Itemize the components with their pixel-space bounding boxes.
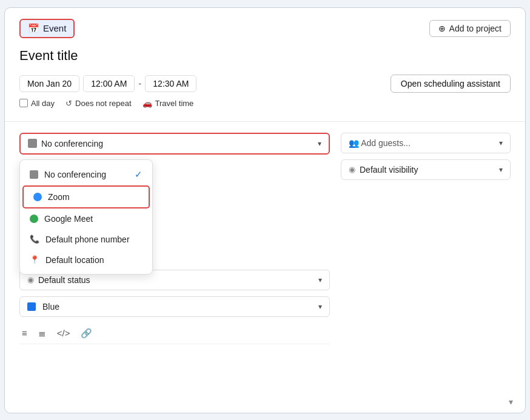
no-conf-menu-icon [30, 170, 38, 179]
selected-check-icon: ✓ [135, 169, 143, 180]
scheduling-assistant-button[interactable]: Open scheduling assistant [391, 75, 511, 93]
menu-item-no-conferencing[interactable]: No conferencing ✓ [20, 164, 152, 185]
right-column: 👥 Add guests... ▾ ◉ Default visibility ▾ [341, 133, 511, 344]
main-card: 📅 Event ⊕ Add to project Event title Mon… [4, 7, 526, 413]
guests-field[interactable]: 👥 Add guests... ▾ [341, 133, 511, 153]
default-location-label: Default location [45, 255, 104, 265]
status-visibility-group: ◉ Default status ▾ Blue ▾ [19, 270, 330, 317]
calendar-color-field[interactable]: Blue ▾ [19, 296, 330, 317]
guests-placeholder: Add guests... [361, 138, 411, 148]
calendar-color-label: Blue [42, 302, 59, 312]
calendar-icon: 📅 [28, 23, 39, 34]
date-button[interactable]: Mon Jan 20 [19, 75, 79, 92]
all-day-checkbox[interactable] [19, 99, 28, 107]
visibility-label: Default visibility [360, 165, 418, 175]
visibility-field[interactable]: ◉ Default visibility ▾ [341, 159, 511, 180]
menu-item-default-phone[interactable]: 📞 Default phone number [20, 229, 152, 250]
status-icon: ◉ [27, 275, 34, 284]
travel-label: Travel time [155, 99, 194, 108]
menu-item-google-meet[interactable]: Google Meet [20, 208, 152, 229]
section-divider [5, 121, 525, 122]
repeat-option[interactable]: ↺ Does not repeat [65, 99, 132, 108]
location-icon: 📍 [30, 255, 39, 264]
conferencing-chevron: ▾ [318, 139, 321, 148]
color-left: Blue [27, 302, 59, 312]
all-day-label: All day [31, 99, 55, 108]
google-meet-label: Google Meet [44, 214, 93, 224]
code-button[interactable]: </> [55, 327, 73, 339]
conferencing-label: No conferencing [41, 139, 103, 148]
status-left: ◉ Default status [27, 275, 90, 285]
event-title[interactable]: Event title [19, 47, 511, 65]
guests-chevron: ▾ [499, 139, 503, 147]
start-time-button[interactable]: 12:00 AM [83, 75, 135, 92]
zoom-label: Zoom [48, 192, 70, 202]
text-toolbar: ≡ ≣ </> 🔗 [19, 323, 330, 344]
date-row: Mon Jan 20 12:00 AM - 12:30 AM Open sche… [19, 75, 511, 93]
visibility-chevron: ▾ [499, 165, 503, 174]
conferencing-menu: No conferencing ✓ Zoom Google Meet 📞 Def… [19, 159, 153, 275]
menu-item-zoom[interactable]: Zoom [22, 185, 150, 208]
repeat-label: Does not repeat [75, 99, 132, 108]
link-button[interactable]: 🔗 [78, 327, 95, 340]
phone-icon: 📞 [30, 235, 39, 244]
status-chevron: ▾ [318, 276, 322, 284]
bottom-chevron[interactable]: ▾ [509, 397, 513, 407]
time-dash: - [138, 78, 141, 88]
zoom-icon [33, 193, 42, 201]
no-conf-icon [28, 139, 37, 148]
ordered-list-button[interactable]: ≡ [19, 327, 30, 339]
options-row: All day ↺ Does not repeat 🚗 Travel time [19, 99, 511, 108]
add-to-project-label: Add to project [449, 24, 501, 33]
repeat-icon: ↺ [65, 99, 72, 108]
color-icon [27, 302, 36, 311]
body-section: No conferencing ▾ No conferencing ✓ Zoom [19, 133, 511, 344]
add-to-project-button[interactable]: ⊕ Add to project [429, 20, 511, 37]
all-day-option[interactable]: All day [19, 99, 55, 108]
status-label: Default status [38, 275, 90, 285]
color-chevron: ▾ [318, 302, 322, 311]
no-conf-menu-label: No conferencing [44, 170, 129, 179]
travel-icon: 🚗 [143, 99, 152, 108]
event-type-button[interactable]: 📅 Event [19, 19, 75, 38]
end-time-button[interactable]: 12:30 AM [145, 75, 196, 92]
guests-left: 👥 Add guests... [349, 138, 411, 148]
unordered-list-button[interactable]: ≣ [36, 327, 49, 340]
event-type-label: Event [43, 23, 66, 33]
left-column: No conferencing ▾ No conferencing ✓ Zoom [19, 133, 330, 344]
menu-item-default-location[interactable]: 📍 Default location [20, 250, 152, 270]
visibility-left: ◉ Default visibility [349, 165, 418, 175]
conferencing-label-group: No conferencing [28, 139, 103, 148]
google-meet-icon [30, 215, 38, 223]
add-circle-icon: ⊕ [438, 24, 446, 33]
visibility-icon: ◉ [349, 165, 355, 174]
guests-icon: 👥 [349, 138, 359, 148]
conferencing-dropdown[interactable]: No conferencing ▾ [19, 133, 330, 155]
travel-option[interactable]: 🚗 Travel time [143, 99, 194, 108]
default-phone-label: Default phone number [45, 235, 130, 244]
header-row: 📅 Event ⊕ Add to project [19, 19, 511, 38]
